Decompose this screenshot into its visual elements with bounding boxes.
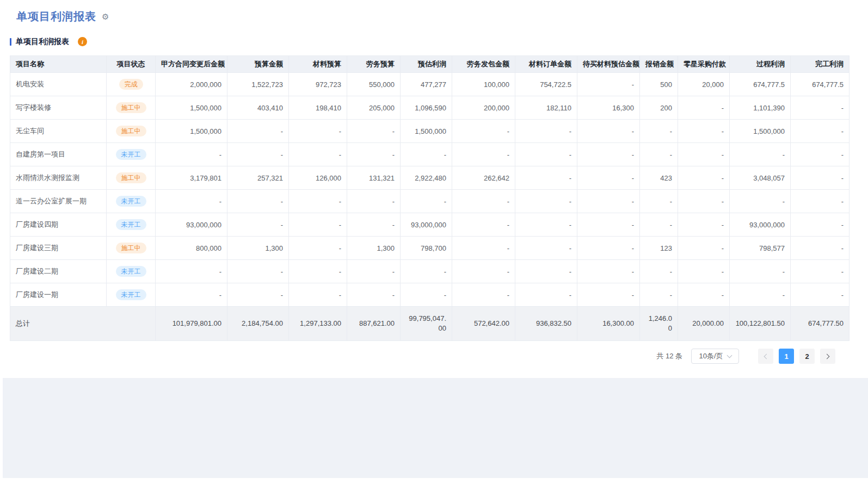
table-row: 水雨情洪水测报监测施工中3,179,801257,321126,000131,3… [10,166,849,190]
value-cell: 1,500,000 [401,120,452,143]
value-cell: - [678,260,730,283]
value-cell: - [401,283,452,307]
value-cell: - [452,190,515,213]
value-cell: 1,500,000 [156,96,227,120]
prev-page-button[interactable] [758,349,773,364]
status-badge: 未开工 [116,266,146,277]
value-cell: - [452,283,515,307]
value-cell: - [730,283,791,307]
column-header: 项目状态 [107,56,156,73]
value-cell: 500 [640,73,678,96]
value-cell: - [515,260,577,283]
value-cell: 126,000 [289,166,347,190]
value-cell: 182,110 [515,96,577,120]
project-name-cell: 厂房建设四期 [10,213,107,237]
page-size-select[interactable]: 10条/页 [691,349,739,364]
empty-panel [3,378,868,478]
value-cell: - [401,260,452,283]
gear-icon[interactable]: ⚙ [102,13,109,21]
value-cell: - [791,120,849,143]
page-size-label: 10条/页 [699,351,723,361]
value-cell: 1,522,723 [227,73,289,96]
status-badge: 未开工 [116,219,146,230]
value-cell: 198,410 [289,96,347,120]
value-cell: - [791,260,849,283]
column-header: 零星采购付款 [678,56,730,73]
total-value-cell: 2,184,754.00 [227,307,289,341]
value-cell: - [156,260,227,283]
value-cell: 200,000 [452,96,515,120]
table-row: 写字楼装修施工中1,500,000403,410198,410205,0001,… [10,96,849,120]
next-page-button[interactable] [820,349,835,364]
value-cell: - [227,213,289,237]
status-badge: 未开工 [116,196,146,207]
column-header: 项目名称 [10,56,107,73]
value-cell: - [791,237,849,260]
value-cell: - [640,190,678,213]
total-value-cell: 101,979,801.00 [156,307,227,341]
value-cell: 200 [640,96,678,120]
value-cell: 20,000 [678,73,730,96]
value-cell: - [515,120,577,143]
chevron-left-icon [764,353,769,359]
value-cell: 2,000,000 [156,73,227,96]
table-row: 自建房第一项目未开工------------ [10,143,849,166]
value-cell: - [227,120,289,143]
value-cell: 477,277 [401,73,452,96]
page-header: 单项目利润报表 ⚙ [0,0,868,23]
value-cell: 2,922,480 [401,166,452,190]
value-cell: 1,101,390 [730,96,791,120]
column-header: 材料预算 [289,56,347,73]
value-cell: - [452,237,515,260]
total-value-cell: 100,122,801.50 [730,307,791,341]
column-header: 待买材料预估金额 [577,56,640,73]
value-cell: - [730,190,791,213]
value-cell: - [289,213,347,237]
project-name-cell: 写字楼装修 [10,96,107,120]
value-cell: - [347,260,401,283]
column-header: 劳务预算 [347,56,401,73]
value-cell: 798,577 [730,237,791,260]
value-cell: - [577,260,640,283]
value-cell: 3,179,801 [156,166,227,190]
value-cell: - [577,190,640,213]
value-cell: - [678,120,730,143]
page-number-button[interactable]: 1 [779,349,794,364]
value-cell: 674,777.5 [791,73,849,96]
section-accent-bar [10,38,11,46]
project-name-cell: 自建房第一项目 [10,143,107,166]
section-header: 单项目利润报表 i [10,37,868,46]
value-cell: 1,500,000 [730,120,791,143]
value-cell: - [452,213,515,237]
table-row: 无尘车间施工中1,500,000---1,500,000-----1,500,0… [10,120,849,143]
table-row: 厂房建设一期未开工------------ [10,283,849,307]
value-cell: - [347,143,401,166]
chevron-right-icon [824,353,830,359]
table-row: 厂房建设四期未开工93,000,000---93,000,000-----93,… [10,213,849,237]
value-cell: 123 [640,237,678,260]
info-icon[interactable]: i [78,37,87,46]
value-cell: 800,000 [156,237,227,260]
value-cell: 674,777.5 [730,73,791,96]
value-cell: - [515,283,577,307]
table-row: 机电安装完成2,000,0001,522,723972,723550,00047… [10,73,849,96]
column-header: 预估利润 [401,56,452,73]
value-cell: 100,000 [452,73,515,96]
value-cell: 93,000,000 [401,213,452,237]
column-header: 甲方合同变更后金额 [156,56,227,73]
column-header: 材料订单金额 [515,56,577,73]
page-number-button[interactable]: 2 [799,349,815,364]
value-cell: 972,723 [289,73,347,96]
value-cell: - [515,237,577,260]
value-cell: - [640,213,678,237]
value-cell: 550,000 [347,73,401,96]
project-name-cell: 道一云办公室扩展一期 [10,190,107,213]
value-cell: - [452,260,515,283]
value-cell: - [640,283,678,307]
value-cell: - [577,73,640,96]
table-row: 厂房建设二期未开工------------ [10,260,849,283]
value-cell: - [401,190,452,213]
value-cell: - [515,213,577,237]
value-cell: - [227,190,289,213]
column-header: 预算金额 [227,56,289,73]
